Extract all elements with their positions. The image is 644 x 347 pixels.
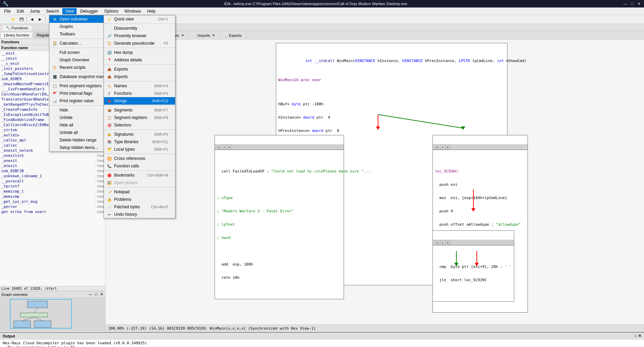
subview-names[interactable]: 🏷️ Names Shift+F4 <box>104 82 175 90</box>
tb-save[interactable]: 💾 <box>18 16 25 23</box>
fn-fprintf[interactable]: _fprintf.tex <box>0 184 105 189</box>
db-icon: 🗄️ <box>52 74 58 79</box>
subview-selectors[interactable]: 🎯 Selectors <box>104 121 175 129</box>
tb-open[interactable]: 📁 <box>10 16 17 23</box>
menu-options[interactable]: Options <box>101 8 121 14</box>
subview-address-details[interactable]: 📍 Address details <box>104 56 175 64</box>
subview-type-libs[interactable]: 📚 Type libraries Shift+F11 <box>104 138 175 146</box>
tb-back[interactable]: ◀ <box>28 16 36 23</box>
fn-perror[interactable]: _perror.tex <box>0 204 105 209</box>
graph-container[interactable]: int __stdcall WinMain(HINSTANCE hInstanc… <box>106 40 644 325</box>
subview-signatures[interactable]: ✍️ Signatures Shift+F5 <box>104 131 175 138</box>
subview-strings[interactable]: 🔖 Strings Shift+F12 <box>104 97 175 105</box>
title-controls: — □ ✕ <box>623 1 641 6</box>
output-expand-btn[interactable]: □ <box>634 334 637 338</box>
reg-val-icon: 📊 <box>52 98 58 104</box>
node-left-btn1[interactable]: ⊞ <box>217 145 221 149</box>
menu-edit[interactable]: Edit <box>14 8 27 14</box>
tb-forward[interactable]: ▶ <box>36 16 44 23</box>
subview-patched-bytes[interactable]: 🩹 Patched bytes Ctrl+Alt+P <box>104 203 175 211</box>
selectors-icon: 🎯 <box>107 122 112 128</box>
code-area[interactable]: int __stdcall WinMain(HINSTANCE hInstanc… <box>106 40 644 325</box>
graph-overview: Graph overview — □ ✕ <box>0 291 105 332</box>
proximity-icon: 🔗 <box>107 33 112 39</box>
fn-onexitint[interactable]: _onexitint.tex <box>0 153 105 158</box>
sv-sep3 <box>104 64 175 65</box>
subview-proximity[interactable]: 🔗 Proximity browser <box>104 32 175 40</box>
subview-imports[interactable]: ⬜ Imports ✕ <box>188 31 220 39</box>
node-right-btn2[interactable]: ⊟ <box>440 145 444 149</box>
subview-local-types[interactable]: 🗂️ Local types Shift+F1 <box>104 146 175 153</box>
graph-overview-content[interactable] <box>0 298 105 331</box>
tb-new[interactable]: 📄 <box>1 16 9 23</box>
status-bar: 100.00% (-227,19) (14,16) 001C9320 005C9… <box>106 325 644 332</box>
sv-sep4 <box>104 81 175 81</box>
subview-segment-regs[interactable]: 📋 Segment registers Shift+F8 <box>104 114 175 121</box>
fn-get-sys-err[interactable]: _get_sys_err_msg.tex <box>0 199 105 204</box>
menu-jump[interactable]: Jump <box>27 8 43 14</box>
imports-close-icon[interactable]: ✕ <box>212 33 215 37</box>
hide-icon <box>52 107 58 113</box>
subview-disassembly[interactable]: 📄 Disassembly <box>104 25 175 32</box>
subview-functions[interactable]: ƒ Functions Shift+F3 <box>104 90 175 97</box>
subview-imports[interactable]: 📥 Imports <box>104 73 175 80</box>
fn-get-errno[interactable]: get errno from oserr.tex <box>0 209 105 214</box>
menu-debugger[interactable]: Debugger <box>77 8 101 14</box>
cross-refs-icon: 🔀 <box>107 156 112 161</box>
localtypes-close-icon[interactable]: ✕ <box>181 33 184 37</box>
subview-exports[interactable]: ⬜ Exports <box>219 31 246 39</box>
svg-rect-3 <box>14 321 31 328</box>
menu-search[interactable]: Search <box>43 8 62 14</box>
fn-atexit[interactable]: _atexit.tex <box>0 163 105 168</box>
output-controls: □ ✕ <box>634 334 641 338</box>
go-close[interactable]: ✕ <box>99 292 104 297</box>
close-button[interactable]: ✕ <box>637 1 641 6</box>
output-panel: Output □ ✕ Hex-Rays Cloud Decompiler plu… <box>0 332 644 347</box>
sv-sep2 <box>104 48 175 48</box>
fn-memicmp-l[interactable]: _memicmp_l.tex <box>0 189 105 194</box>
fn-onexit[interactable]: _onexit.tex <box>0 158 105 163</box>
subview-quick-view[interactable]: ⚡ Quick view Ctrl+1 <box>104 15 175 23</box>
fn-unknown-libname[interactable]: _unknown_libname_1.tex <box>0 174 105 179</box>
graph-overview-icon <box>52 57 58 63</box>
node-right-btn1[interactable]: ⊞ <box>435 145 439 149</box>
menu-windows[interactable]: Windows <box>122 8 144 14</box>
subview-notepad[interactable]: 📝 Notepad <box>104 188 175 196</box>
subview-hex-dump[interactable]: 🔢 Hex dump <box>104 49 175 56</box>
toolbars-icon <box>52 31 58 37</box>
node-left-btn2[interactable]: ⊟ <box>222 145 226 149</box>
node-bottom-btn3[interactable]: ⊠ <box>446 240 450 244</box>
subview-fn-calls[interactable]: 📞 Function calls <box>104 162 175 170</box>
menu-view[interactable]: View <box>62 8 77 14</box>
menu-help[interactable]: Help <box>144 8 158 14</box>
subview-exports[interactable]: 📤 Exports <box>104 65 175 73</box>
go-restore[interactable]: □ <box>94 292 98 297</box>
tab-functions[interactable]: 🔧 Functions <box>1 25 32 31</box>
maximize-button[interactable]: □ <box>630 1 634 6</box>
picture-icon: 🖼️ <box>107 180 112 185</box>
subview-cross-refs[interactable]: 🔀 Cross references <box>104 155 175 162</box>
subview-gen-pseudocode[interactable]: 📜 Generate pseudocode F5 <box>104 40 175 47</box>
menu-file[interactable]: File <box>1 8 13 14</box>
subview-problems[interactable]: ⚠️ Problems <box>104 196 175 203</box>
minimize-button[interactable]: — <box>623 1 628 6</box>
fn-purecall[interactable]: __purecall.tex <box>0 179 105 184</box>
output-close-btn[interactable]: ✕ <box>638 334 641 338</box>
undo-history-icon: ↩ <box>107 212 112 217</box>
fn-memicmp[interactable]: _memicmp.tex <box>0 194 105 199</box>
subview-segments[interactable]: 📦 Segments Shift+F7 <box>104 106 175 114</box>
sidebar-tab-library[interactable]: Library function <box>1 32 32 38</box>
notepad-icon: 📝 <box>107 189 112 195</box>
quick-view-icon: ⚡ <box>107 16 112 22</box>
node-right-btn3[interactable]: ⊠ <box>446 145 450 149</box>
go-minimize[interactable]: — <box>88 292 93 297</box>
node-bottom-btn2[interactable]: ⊟ <box>440 240 444 244</box>
subviews-icon: ⊞ <box>52 16 58 22</box>
node-bottom-btn1[interactable]: ⊞ <box>435 240 439 244</box>
functions-sv-icon: ƒ <box>107 91 112 96</box>
subview-bookmarks[interactable]: 🔴 Bookmarks Ctrl+Shift+M <box>104 171 175 179</box>
fn-sub-65bc38[interactable]: sub_65BC38.tex <box>0 168 105 174</box>
subview-undo-history[interactable]: ↩ Undo history <box>104 211 175 218</box>
node-left-btn3[interactable]: ⊠ <box>228 145 232 149</box>
subview-exports-label: Exports <box>229 33 241 37</box>
